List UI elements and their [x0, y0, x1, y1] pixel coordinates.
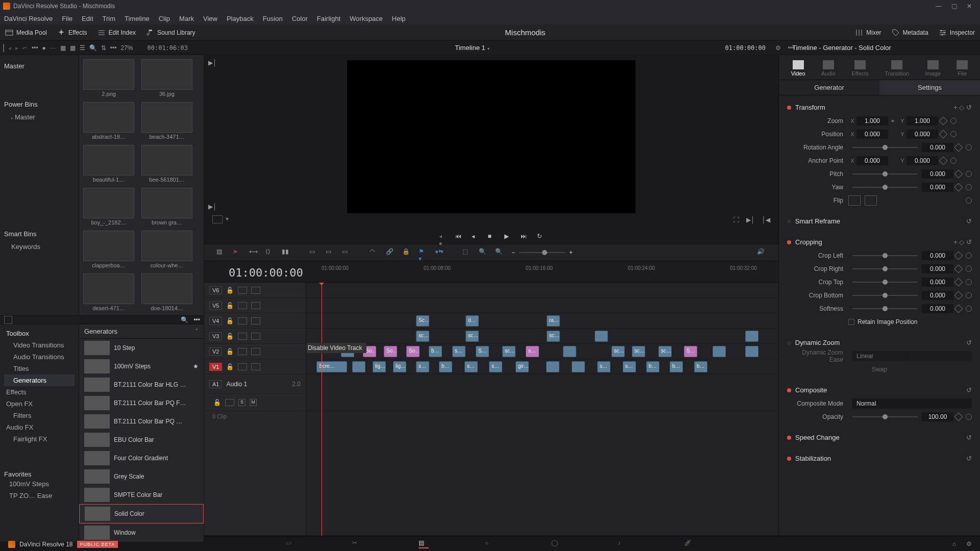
- fx-fairlightfx[interactable]: Fairlight FX: [4, 433, 75, 445]
- power-bins-header[interactable]: Power Bins: [4, 101, 75, 108]
- detail-zoom-icon[interactable]: 🔍: [495, 248, 504, 257]
- media-thumb[interactable]: brown gra…: [141, 188, 192, 226]
- generator-item[interactable]: Window: [79, 523, 204, 542]
- composite-mode-select[interactable]: Normal: [852, 398, 972, 409]
- bin-view-icon[interactable]: [3, 44, 4, 52]
- playhead[interactable]: [322, 283, 322, 536]
- section-speed-change[interactable]: Speed Change: [795, 434, 840, 441]
- mark-in-icon[interactable]: ▶│: [208, 59, 217, 66]
- crop-right-field[interactable]: 0.000: [922, 264, 953, 273]
- pos-y-field[interactable]: 0.000: [906, 130, 938, 139]
- minimize-button[interactable]: —: [931, 3, 946, 10]
- inspector-tab-transition[interactable]: Transition: [885, 58, 909, 79]
- dz-ease-select[interactable]: Linear: [852, 351, 972, 361]
- timeline-clip[interactable]: lig…: [373, 361, 386, 372]
- media-thumb[interactable]: 2.png: [83, 59, 134, 97]
- inspector-tab-audio[interactable]: Audio: [821, 58, 836, 79]
- disable-track-v2[interactable]: [251, 348, 260, 355]
- gear-icon[interactable]: ⚙: [775, 44, 781, 52]
- rotation-slider[interactable]: [852, 147, 918, 148]
- fx-filters[interactable]: Filters: [4, 410, 75, 421]
- timeline-clip[interactable]: d…: [465, 315, 479, 327]
- timeline-clip[interactable]: [572, 361, 585, 372]
- generator-item[interactable]: BT.2111 Color Bar PQ F…: [79, 394, 204, 412]
- media-thumb[interactable]: 36.jpg: [141, 59, 192, 97]
- overwrite-clip-icon[interactable]: ▭: [326, 248, 335, 257]
- menu-file[interactable]: File: [62, 15, 72, 22]
- lock-icon[interactable]: 🔒: [402, 248, 411, 257]
- media-thumb[interactable]: boy_-_2182…: [83, 188, 134, 226]
- track-header-v5[interactable]: V5🔓: [204, 298, 306, 313]
- generator-item[interactable]: Solid Color: [79, 504, 204, 523]
- insert-clip-icon[interactable]: ▭: [309, 248, 318, 257]
- inspector-tab-file[interactable]: File: [957, 58, 968, 79]
- generator-item[interactable]: 10 Step: [79, 339, 204, 357]
- prev-edit-icon[interactable]: │◀: [762, 216, 771, 223]
- mute-button[interactable]: M: [250, 399, 257, 406]
- media-pool-toggle[interactable]: Media Pool: [5, 29, 47, 37]
- trim-tool-icon[interactable]: ⟷: [249, 248, 258, 257]
- media-thumb[interactable]: colour-whe…: [141, 231, 192, 268]
- search-icon[interactable]: 🔍: [89, 44, 97, 52]
- swap-button[interactable]: Swap: [872, 366, 887, 373]
- generator-item[interactable]: Grey Scale: [79, 467, 204, 486]
- softness-field[interactable]: 0.000: [922, 304, 953, 313]
- flip-v-button[interactable]: [865, 195, 877, 206]
- sort-icon[interactable]: ⇅: [101, 44, 106, 52]
- go-first-icon[interactable]: ⏮: [455, 233, 462, 240]
- section-transform[interactable]: Transform: [795, 104, 825, 111]
- fx-search-icon[interactable]: 🔍: [181, 316, 188, 323]
- page-fairlight-icon[interactable]: ♪: [618, 539, 628, 548]
- media-thumb[interactable]: doe-18014…: [141, 273, 192, 311]
- section-dynamic-zoom[interactable]: Dynamic Zoom: [795, 339, 840, 346]
- fx-panel-icon[interactable]: [4, 316, 12, 324]
- timeline-view-options-icon[interactable]: ▤: [216, 248, 226, 257]
- timeline-clip[interactable]: sc…: [502, 346, 516, 357]
- timeline-clip[interactable]: So…: [406, 346, 420, 357]
- fx-effects[interactable]: Effects: [4, 386, 75, 398]
- media-thumb[interactable]: beach-3471…: [141, 102, 192, 140]
- inspector-toggle[interactable]: Inspector: [939, 29, 975, 37]
- generator-item[interactable]: 100mV Steps★: [79, 357, 204, 375]
- pos-x-field[interactable]: 0.000: [856, 130, 888, 139]
- retain-checkbox[interactable]: [848, 319, 854, 325]
- timeline-clip[interactable]: Scre…: [316, 361, 347, 372]
- fav-100mv[interactable]: 100mV Steps: [4, 478, 75, 490]
- smart-bins-header[interactable]: Smart Bins: [4, 230, 75, 238]
- generator-item[interactable]: SMPTE Color Bar: [79, 486, 204, 504]
- inspector-tab-effects[interactable]: Effects: [851, 58, 868, 79]
- page-edit-icon[interactable]: ▤: [419, 539, 429, 548]
- view-list-icon[interactable]: ☰: [80, 44, 85, 52]
- page-fusion-icon[interactable]: ⟐: [485, 539, 495, 548]
- edit-index-toggle[interactable]: Edit Index: [97, 29, 136, 37]
- inspector-tab-video[interactable]: Video: [791, 58, 805, 79]
- opacity-field[interactable]: 100.00: [922, 412, 953, 421]
- menu-trim[interactable]: Trim: [103, 15, 116, 22]
- timeline-clip[interactable]: b…: [429, 346, 442, 357]
- reset-icon[interactable]: [950, 118, 957, 124]
- anchor-y-field[interactable]: 0.000: [906, 156, 938, 165]
- timeline-clip[interactable]: [563, 346, 576, 357]
- fx-video-transitions[interactable]: Video Transitions: [4, 339, 75, 351]
- view-filmstrip-icon[interactable]: ▦: [60, 44, 66, 52]
- dynamic-trim-icon[interactable]: ⟨⟩: [265, 248, 275, 257]
- next-edit-icon[interactable]: ▶│: [746, 216, 755, 223]
- crop-top-field[interactable]: 0.000: [922, 278, 953, 287]
- pitch-slider[interactable]: [852, 173, 918, 174]
- menu-clip[interactable]: Clip: [159, 15, 170, 22]
- flag-icon[interactable]: ⚑ ▾: [419, 248, 428, 257]
- menu-help[interactable]: Help: [392, 15, 406, 22]
- yaw-field[interactable]: 0.000: [922, 183, 953, 192]
- timeline-clip[interactable]: [352, 361, 365, 372]
- viewer[interactable]: ▶│ ▶│ ▾ ◂ ● ▸ ⏮ ◂ ■ ▶ ⏭ ↻ ⛶ ▶│ │◀: [204, 55, 778, 244]
- track-header-v6[interactable]: V6🔓: [204, 283, 306, 298]
- generator-item[interactable]: BT.2111 Color Bar PQ …: [79, 412, 204, 431]
- fx-toolbox[interactable]: Toolbox: [4, 328, 75, 339]
- rotation-field[interactable]: 0.000: [922, 143, 953, 152]
- track-header-v2[interactable]: V2🔓: [204, 344, 306, 359]
- timeline-clip[interactable]: sc…: [658, 346, 672, 357]
- track-header-v4[interactable]: V4🔓: [204, 313, 306, 329]
- inspector-tab-image[interactable]: Image: [925, 58, 941, 79]
- timeline-clip[interactable]: [546, 361, 559, 372]
- timeline-clip[interactable]: b…: [670, 361, 683, 372]
